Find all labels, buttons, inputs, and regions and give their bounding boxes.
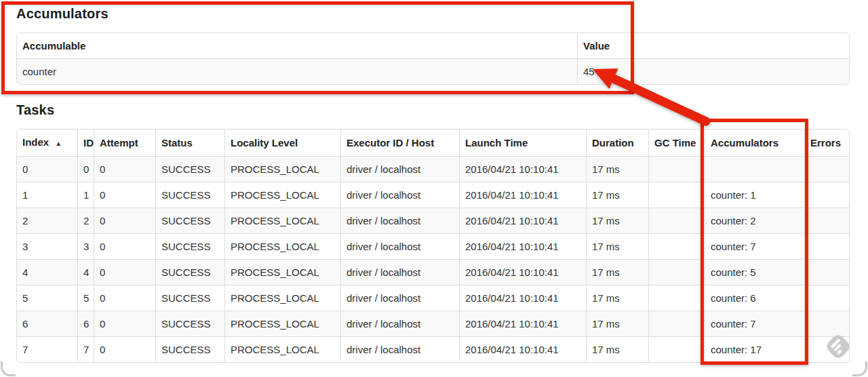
table-cell: SUCCESS xyxy=(156,157,225,182)
tasks-table-header-row: Index▲ ID Attempt Status Locality Level … xyxy=(17,130,850,157)
task-row: 220SUCCESSPROCESS_LOCALdriver / localhos… xyxy=(17,208,850,234)
table-cell: 4 xyxy=(78,260,94,285)
table-cell: 5 xyxy=(17,285,78,311)
table-cell: 0 xyxy=(94,260,156,285)
executor-id-host-column-header[interactable]: Executor ID / Host xyxy=(341,130,460,157)
window-corner-bottom-right xyxy=(852,361,867,376)
table-cell: 2016/04/21 10:10:41 xyxy=(460,337,587,363)
table-cell: 6 xyxy=(78,311,94,337)
table-cell: 0 xyxy=(94,311,156,337)
table-cell: 17 ms xyxy=(587,311,649,337)
table-cell: 2016/04/21 10:10:41 xyxy=(460,285,587,311)
table-cell xyxy=(805,285,850,311)
table-cell: counter: 2 xyxy=(705,208,805,234)
table-cell: 0 xyxy=(94,208,156,234)
table-cell: driver / localhost xyxy=(341,182,460,208)
table-cell: 0 xyxy=(94,337,156,363)
accumulable-row: counter45 xyxy=(17,59,850,85)
table-cell: 2 xyxy=(78,208,94,234)
locality-level-column-header[interactable]: Locality Level xyxy=(225,130,341,157)
task-row: 110SUCCESSPROCESS_LOCALdriver / localhos… xyxy=(17,182,850,208)
table-cell: PROCESS_LOCAL xyxy=(225,285,341,311)
table-cell: 0 xyxy=(94,234,156,260)
task-row: 440SUCCESSPROCESS_LOCALdriver / localhos… xyxy=(17,260,850,285)
attempt-column-header[interactable]: Attempt xyxy=(94,130,156,157)
table-cell: driver / localhost xyxy=(341,208,460,234)
table-cell xyxy=(805,182,850,208)
accumulators-table-header-row: Accumulable Value xyxy=(17,33,850,59)
tasks-section-title: Tasks xyxy=(16,100,54,119)
table-cell: 17 ms xyxy=(587,234,649,260)
table-cell: 3 xyxy=(78,234,94,260)
table-cell xyxy=(649,234,705,260)
index-column-header[interactable]: Index▲ xyxy=(17,130,78,157)
table-cell: SUCCESS xyxy=(156,234,225,260)
table-cell: driver / localhost xyxy=(341,285,460,311)
table-cell: PROCESS_LOCAL xyxy=(225,182,341,208)
table-cell: 0 xyxy=(94,182,156,208)
task-row: 000SUCCESSPROCESS_LOCALdriver / localhos… xyxy=(17,157,850,182)
gc-time-column-header[interactable]: GC Time xyxy=(649,130,705,157)
table-cell: 6 xyxy=(17,311,78,337)
table-cell: 2016/04/21 10:10:41 xyxy=(460,182,587,208)
table-cell: 17 ms xyxy=(587,157,649,182)
table-cell: 1 xyxy=(17,182,78,208)
status-column-header[interactable]: Status xyxy=(156,130,225,157)
window-corner-bottom-left xyxy=(1,361,16,376)
errors-column-header[interactable]: Errors xyxy=(805,130,850,157)
table-cell: counter: 17 xyxy=(705,337,805,363)
table-cell xyxy=(805,234,850,260)
table-cell: 2016/04/21 10:10:41 xyxy=(460,260,587,285)
table-cell: counter: 6 xyxy=(705,285,805,311)
index-column-label: Index xyxy=(22,136,49,148)
accumulators-section-title: Accumulators xyxy=(16,4,108,23)
table-cell: driver / localhost xyxy=(341,260,460,285)
table-cell: 7 xyxy=(78,337,94,363)
table-cell: 2016/04/21 10:10:41 xyxy=(460,157,587,182)
table-cell xyxy=(649,157,705,182)
accumulators-column-header[interactable]: Accumulators xyxy=(705,130,805,157)
table-cell: counter: 5 xyxy=(705,260,805,285)
table-cell: 0 xyxy=(94,285,156,311)
table-cell: 17 ms xyxy=(587,285,649,311)
table-cell: SUCCESS xyxy=(156,260,225,285)
table-cell xyxy=(649,311,705,337)
table-cell: SUCCESS xyxy=(156,311,225,337)
task-row: 770SUCCESSPROCESS_LOCALdriver / localhos… xyxy=(17,337,850,363)
table-cell: counter: 7 xyxy=(705,311,805,337)
table-cell: 17 ms xyxy=(587,260,649,285)
table-cell xyxy=(649,337,705,363)
table-cell: 17 ms xyxy=(587,337,649,363)
table-cell xyxy=(649,260,705,285)
value-column-header: Value xyxy=(578,33,850,59)
table-cell: SUCCESS xyxy=(156,182,225,208)
launch-time-column-header[interactable]: Launch Time xyxy=(460,130,587,157)
table-cell: SUCCESS xyxy=(156,337,225,363)
table-cell: 2016/04/21 10:10:41 xyxy=(460,208,587,234)
duration-column-header[interactable]: Duration xyxy=(587,130,649,157)
table-cell: 7 xyxy=(17,337,78,363)
table-cell: 3 xyxy=(17,234,78,260)
table-cell: 0 xyxy=(17,157,78,182)
table-cell: counter: 7 xyxy=(705,234,805,260)
table-cell: 1 xyxy=(78,182,94,208)
task-row: 330SUCCESSPROCESS_LOCALdriver / localhos… xyxy=(17,234,850,260)
table-cell xyxy=(805,157,850,182)
table-cell: PROCESS_LOCAL xyxy=(225,208,341,234)
table-cell: PROCESS_LOCAL xyxy=(225,337,341,363)
accumulable-column-header: Accumulable xyxy=(17,33,578,59)
table-cell xyxy=(805,208,850,234)
sort-ascending-icon: ▲ xyxy=(55,140,62,147)
table-cell: driver / localhost xyxy=(341,337,460,363)
spark-ui-stage-page: Accumulators Accumulable Value counter45… xyxy=(0,0,868,377)
task-row: 660SUCCESSPROCESS_LOCALdriver / localhos… xyxy=(17,311,850,337)
tasks-table: Index▲ ID Attempt Status Locality Level … xyxy=(16,129,850,363)
id-column-header[interactable]: ID xyxy=(78,130,94,157)
table-cell: SUCCESS xyxy=(156,208,225,234)
table-cell: counter: 1 xyxy=(705,182,805,208)
table-cell: PROCESS_LOCAL xyxy=(225,157,341,182)
accumulators-table: Accumulable Value counter45 xyxy=(16,33,850,85)
table-cell: 4 xyxy=(17,260,78,285)
task-row: 550SUCCESSPROCESS_LOCALdriver / localhos… xyxy=(17,285,850,311)
table-cell: driver / localhost xyxy=(341,311,460,337)
